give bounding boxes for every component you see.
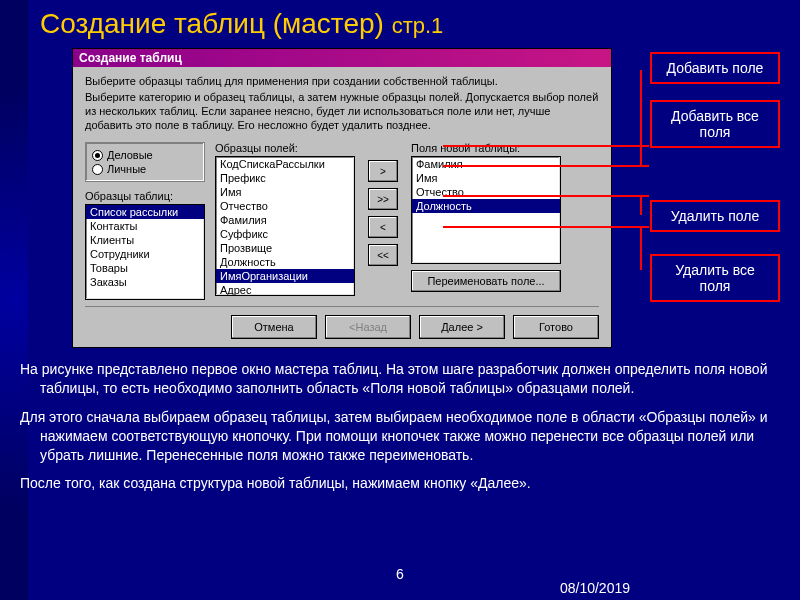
slide-date: 08/10/2019 [560,580,630,596]
templates-label: Образцы таблиц: [85,190,205,202]
list-item[interactable]: Фамилия [216,213,354,227]
explain-p1: На рисунке представлено первое окно маст… [20,360,780,398]
remove-field-button[interactable]: < [368,216,398,238]
title-main: Создание таблиц (мастер) [40,8,384,39]
list-item[interactable]: Отчество [412,185,560,199]
list-item[interactable]: ИмяОрганизации [216,269,354,283]
instruction-line-2: Выберите категорию и образец таблицы, а … [85,91,599,132]
explanation-block: На рисунке представлено первое окно маст… [20,360,780,503]
slide-title: Создание таблиц (мастер) стр.1 [40,8,443,40]
radio-personal[interactable]: Личные [92,163,198,175]
connector-line [443,145,649,147]
dialog-button-row: Отмена <Назад Далее > Готово [85,306,599,339]
rename-field-button[interactable]: Переименовать поле... [411,270,561,292]
slide-number: 6 [396,566,404,582]
radio-business[interactable]: Деловые [92,149,198,161]
list-item[interactable]: Сотрудники [86,247,204,261]
list-item[interactable]: Клиенты [86,233,204,247]
instruction-line-1: Выберите образцы таблиц для применения п… [85,75,599,87]
list-item[interactable]: Товары [86,261,204,275]
list-item[interactable]: Должность [412,199,560,213]
remove-all-button[interactable]: << [368,244,398,266]
connector-line [443,165,649,167]
templates-listbox[interactable]: Список рассылки Контакты Клиенты Сотрудн… [85,204,205,300]
next-button[interactable]: Далее > [419,315,505,339]
connector-line [640,195,642,215]
list-item[interactable]: Имя [412,171,560,185]
finish-button[interactable]: Готово [513,315,599,339]
list-item[interactable]: Суффикс [216,227,354,241]
list-item[interactable]: КодСпискаРассылки [216,157,354,171]
list-item[interactable]: Заказы [86,275,204,289]
new-fields-listbox[interactable]: Фамилия Имя Отчество Должность [411,156,561,264]
dialog-title: Создание таблиц [79,51,182,65]
slide-decoration [0,0,28,600]
list-item[interactable]: Имя [216,185,354,199]
back-button[interactable]: <Назад [325,315,411,339]
wizard-dialog: Создание таблиц Выберите образцы таблиц … [72,48,612,348]
cancel-button[interactable]: Отмена [231,315,317,339]
callout-add-all: Добавить все поля [650,100,780,148]
list-item[interactable]: Прозвище [216,241,354,255]
connector-line [443,195,649,197]
radio-personal-label: Личные [107,163,146,175]
add-all-button[interactable]: >> [368,188,398,210]
list-item[interactable]: Должность [216,255,354,269]
callout-remove-field: Удалить поле [650,200,780,232]
category-radio-group: Деловые Личные [85,142,205,182]
callout-add-field: Добавить поле [650,52,780,84]
radio-icon [92,164,103,175]
connector-line [443,226,649,228]
list-item[interactable]: Адрес [216,283,354,296]
radio-business-label: Деловые [107,149,153,161]
list-item[interactable]: Контакты [86,219,204,233]
list-item[interactable]: Отчество [216,199,354,213]
radio-icon [92,150,103,161]
title-page: стр.1 [392,13,444,38]
add-field-button[interactable]: > [368,160,398,182]
sample-fields-listbox[interactable]: КодСпискаРассылки Префикс Имя Отчество Ф… [215,156,355,296]
list-item[interactable]: Список рассылки [86,205,204,219]
connector-line [640,118,642,166]
fields-label: Образцы полей: [215,142,355,154]
connector-line [640,226,642,270]
explain-p2: Для этого сначала выбираем образец табли… [20,408,780,465]
list-item[interactable]: Префикс [216,171,354,185]
dialog-titlebar: Создание таблиц [73,49,611,67]
explain-p3: После того, как создана структура новой … [20,474,780,493]
callout-remove-all: Удалить все поля [650,254,780,302]
